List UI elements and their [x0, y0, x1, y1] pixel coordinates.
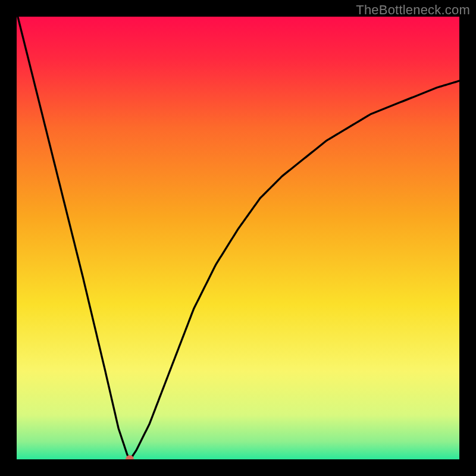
chart-frame: TheBottleneck.com [0, 0, 476, 476]
plot-area [17, 17, 459, 459]
curve-line [17, 17, 459, 459]
watermark-text: TheBottleneck.com [356, 2, 470, 18]
minimum-marker-dot [126, 455, 134, 459]
